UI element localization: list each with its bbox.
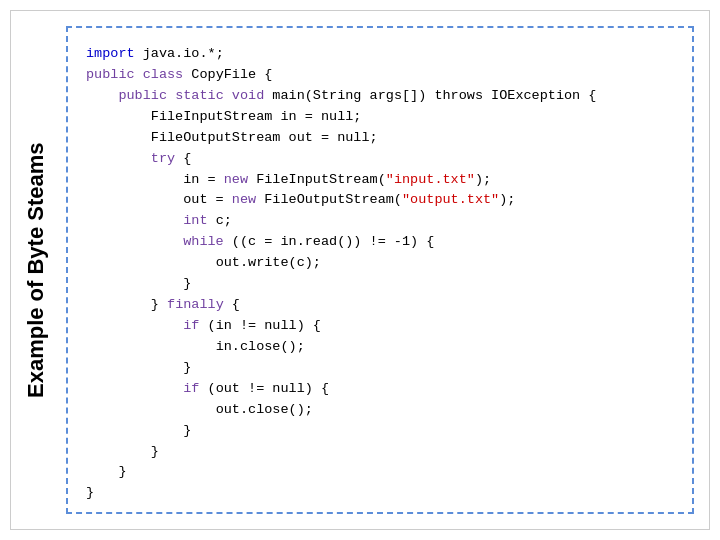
code-line: if (in != null) { xyxy=(86,316,674,337)
sidebar-label: Example of Byte Steams xyxy=(11,11,61,529)
code-line: FileOutputStream out = null; xyxy=(86,128,674,149)
code-line: out.write(c); xyxy=(86,253,674,274)
code-line: } xyxy=(86,483,674,504)
code-line: import java.io.*; xyxy=(86,44,674,65)
code-line: try { xyxy=(86,149,674,170)
slide-container: Example of Byte Steams import java.io.*;… xyxy=(10,10,710,530)
code-line: if (out != null) { xyxy=(86,379,674,400)
code-line: } finally { xyxy=(86,295,674,316)
code-line: in.close(); xyxy=(86,337,674,358)
code-line: out.close(); xyxy=(86,400,674,421)
code-line: public static void main(String args[]) t… xyxy=(86,86,674,107)
code-line: } xyxy=(86,274,674,295)
code-line: in = new FileInputStream("input.txt"); xyxy=(86,170,674,191)
code-block: import java.io.*;public class CopyFile {… xyxy=(86,44,674,504)
code-line: } xyxy=(86,421,674,442)
code-line: } xyxy=(86,358,674,379)
code-line: public class CopyFile { xyxy=(86,65,674,86)
code-line: while ((c = in.read()) != -1) { xyxy=(86,232,674,253)
code-line: } xyxy=(86,442,674,463)
code-area: import java.io.*;public class CopyFile {… xyxy=(66,26,694,514)
code-line: } xyxy=(86,462,674,483)
code-line: out = new FileOutputStream("output.txt")… xyxy=(86,190,674,211)
code-line: FileInputStream in = null; xyxy=(86,107,674,128)
code-line: int c; xyxy=(86,211,674,232)
